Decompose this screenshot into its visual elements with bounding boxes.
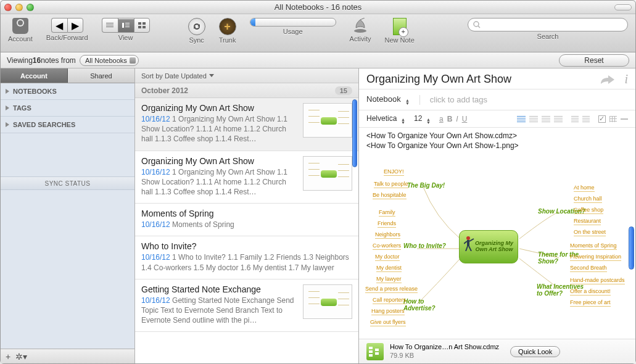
file-reference: <How To Organize Your Own Art Show.cdmz> [366,131,628,140]
size-selector[interactable]: 12 ▲▼ [414,114,431,124]
view-snippet-button[interactable] [118,18,134,33]
note-thumbnail [303,156,352,191]
svg-line-14 [478,26,480,28]
svg-line-19 [466,246,468,251]
filter-bar: Viewing 16 notes from All Notebooks Rese… [1,52,635,68]
search-input[interactable] [468,18,628,31]
sidebar: Account Shared NOTEBOOKS TAGS SAVED SEAR… [1,68,135,363]
note-card-snippet: 10/16/12 1 Organizing My Own Art Show 1.… [141,167,298,197]
bold-button[interactable]: B [447,115,453,123]
sidebar-notebooks[interactable]: NOTEBOOKS [1,83,134,100]
hr-button[interactable] [621,118,628,120]
bullet-list-button[interactable] [571,116,579,122]
sidebar-saved-searches[interactable]: SAVED SEARCHES [1,117,134,133]
attachment-bar: How To Organize…n Art Show.cdmz 79.9 KB … [359,339,635,363]
disclosure-icon [6,89,9,94]
svg-rect-7 [138,22,141,25]
svg-rect-16 [467,240,469,246]
forward-button[interactable]: ▶ [67,18,83,33]
account-label: Account [8,35,33,43]
svg-rect-10 [142,26,146,28]
note-card[interactable]: Organizing My Own Art Show10/16/12 1 Org… [135,151,358,204]
titlebar: All Notebooks - 16 notes [1,1,635,14]
note-list: Sort by Date Updated October 2012 15 Org… [135,68,359,363]
view-card-button[interactable] [134,18,150,33]
svg-point-13 [474,22,479,27]
svg-point-11 [354,29,366,33]
svg-line-20 [469,246,471,251]
italic-button[interactable]: I [456,115,458,123]
trunk-label: Trunk [219,36,236,44]
disclosure-icon [6,105,9,110]
notebook-selector[interactable]: Notebook ▲▼ [366,94,410,105]
back-forward-segment: ◀ ▶ [51,18,83,33]
filter-mid: notes from [41,56,76,65]
note-thumbnail [303,103,352,138]
sync-status-header[interactable]: SYNC STATUS [1,176,134,190]
align-justify-button[interactable] [554,116,563,122]
font-color-button[interactable]: a [439,115,444,123]
new-note-button[interactable] [393,18,407,35]
scrollbar-thumb[interactable] [352,99,357,167]
back-button[interactable]: ◀ [51,18,67,33]
trunk-button[interactable]: + [219,18,236,35]
tab-account[interactable]: Account [1,68,68,83]
disclosure-icon [6,122,9,127]
toolbar: Account ◀ ▶ Back/Forward View Sync + Tru… [1,14,635,52]
activity-button[interactable] [352,18,368,34]
note-title[interactable]: Organizing My Own Art Show [366,73,593,86]
file-icon [366,343,384,360]
window-title: All Notebooks - 16 notes [1,2,635,12]
svg-rect-1 [106,25,114,25]
tags-input[interactable]: click to add tags [430,95,487,104]
reset-button[interactable]: Reset [559,54,629,67]
note-card[interactable]: Getting Started Note Exchange10/16/12 Ge… [135,279,358,333]
table-button[interactable] [609,116,617,122]
account-icon[interactable] [12,18,28,34]
font-selector[interactable]: Helvetica ▲▼ [366,114,405,124]
filter-prefix: Viewing [7,56,33,65]
sidebar-tags[interactable]: TAGS [1,100,134,117]
scrollbar-thumb[interactable] [629,226,634,270]
note-card[interactable]: Organizing My Own Art Show10/16/12 1 Org… [135,98,358,151]
file-reference: <How To Organize Your Own Art Show-1.png… [366,141,628,150]
note-card-snippet: 10/16/12 1 Organizing My Own Art Show 1.… [141,114,298,144]
note-card-title: Moments of Spring [141,209,352,218]
quick-look-button[interactable]: Quick Look [510,346,560,357]
note-card[interactable]: Who to Invite?10/16/12 1 Who to Invite? … [135,236,358,279]
activity-label: Activity [350,35,371,43]
attachment-size: 79.9 KB [390,352,499,360]
view-list-button[interactable] [102,18,118,33]
note-thumbnail [303,284,352,319]
note-body[interactable]: <How To Organize Your Own Art Show.cdmz>… [359,128,635,339]
info-icon[interactable]: i [624,72,628,86]
sort-menu[interactable]: Sort by Date Updated [135,68,358,83]
align-right-button[interactable] [542,116,550,122]
underline-button[interactable]: U [462,115,468,123]
note-card-title: Who to Invite? [141,241,352,251]
note-card-snippet: 10/16/12 Getting Started Note Exchange S… [141,296,298,326]
svg-rect-9 [138,26,141,28]
gear-icon[interactable]: ✲▾ [15,352,27,362]
svg-line-12 [360,18,365,20]
month-count-badge: 15 [335,86,352,95]
sync-button[interactable] [188,18,205,35]
checkbox-button[interactable] [598,115,606,123]
chevron-down-icon [209,74,214,77]
note-card-snippet: 10/16/12 Moments of Spring [141,220,352,230]
search-icon [473,21,481,28]
usage-meter[interactable] [250,18,336,27]
share-icon[interactable] [600,74,616,85]
svg-rect-4 [125,23,130,23]
add-button[interactable]: + [6,352,10,362]
align-left-button[interactable] [517,116,526,122]
number-list-button[interactable] [582,116,590,122]
note-card[interactable]: Moments of Spring10/16/12 Moments of Spr… [135,204,358,236]
sync-label: Sync [189,36,204,44]
svg-rect-5 [125,25,130,25]
align-center-button[interactable] [529,116,538,122]
note-card-title: Getting Started Note Exchange [141,284,298,294]
notebook-filter-combo[interactable]: All Notebooks [80,55,139,66]
newnote-label: New Note [384,36,414,44]
tab-shared[interactable]: Shared [68,68,134,83]
